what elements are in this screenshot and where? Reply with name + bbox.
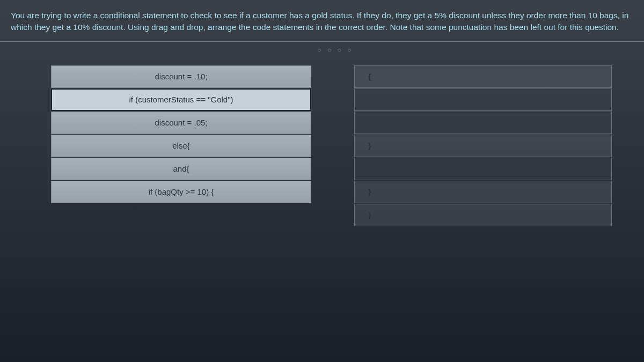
progress-ticks: ○ ○ ○ ○ bbox=[27, 42, 644, 60]
drop-slot[interactable]: } bbox=[354, 204, 612, 226]
question-area: You are trying to write a conditional st… bbox=[0, 0, 644, 42]
drag-drop-workspace: discount = .10; if (customerStatus == "G… bbox=[0, 60, 644, 362]
code-block-else[interactable]: else{ bbox=[51, 135, 311, 157]
code-block-label: if (customerStatus == "Gold") bbox=[129, 95, 233, 104]
drop-slot-content: } bbox=[368, 141, 371, 150]
target-column: { } } } bbox=[317, 60, 644, 362]
code-block-label: and{ bbox=[173, 164, 189, 173]
source-column: discount = .10; if (customerStatus == "G… bbox=[0, 60, 317, 362]
code-block-if-bagqty[interactable]: if (bagQty >= 10) { bbox=[51, 181, 311, 203]
code-block-discount-10[interactable]: discount = .10; bbox=[51, 65, 311, 88]
code-block-label: else{ bbox=[172, 141, 190, 150]
code-block-label: discount = .05; bbox=[155, 118, 208, 127]
code-block-and[interactable]: and{ bbox=[51, 158, 311, 180]
drop-slot[interactable]: } bbox=[354, 135, 612, 157]
code-block-if-gold[interactable]: if (customerStatus == "Gold") bbox=[51, 88, 311, 111]
drop-slot[interactable]: } bbox=[354, 181, 612, 203]
code-block-discount-05[interactable]: discount = .05; bbox=[51, 112, 311, 134]
code-block-label: if (bagQty >= 10) { bbox=[149, 187, 214, 196]
drop-slot[interactable] bbox=[354, 88, 612, 111]
drop-slot-content: } bbox=[368, 210, 371, 219]
drop-slot[interactable] bbox=[354, 112, 612, 134]
code-block-label: discount = .10; bbox=[155, 72, 208, 81]
drop-slot[interactable] bbox=[354, 158, 612, 180]
question-prompt: You are trying to write a conditional st… bbox=[11, 10, 633, 34]
drop-slot-content: { bbox=[368, 72, 371, 81]
drop-slot-content: } bbox=[368, 187, 371, 196]
drop-slot[interactable]: { bbox=[354, 65, 612, 88]
